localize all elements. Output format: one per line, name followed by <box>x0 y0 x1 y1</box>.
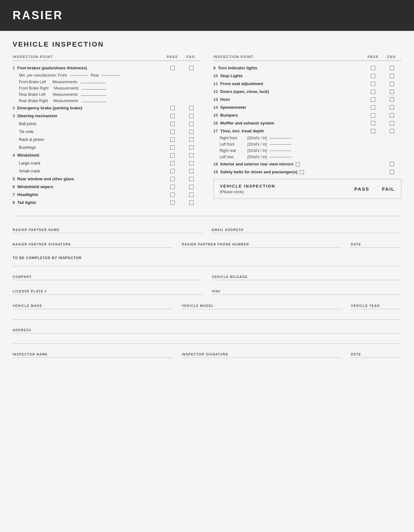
left-rear-blank <box>269 157 291 157</box>
rack-pinion-fail[interactable] <box>189 137 194 142</box>
item-16-fail-checkbox[interactable] <box>390 121 394 125</box>
bushings-label: Bushings <box>19 145 163 150</box>
license-label: LICENSE PLATE # <box>13 290 202 293</box>
item-15-fail-checkbox[interactable] <box>390 113 394 118</box>
item-14-pass-checkbox[interactable] <box>371 105 375 110</box>
model-label: VEHICLE MODEL <box>182 304 342 308</box>
date2-label: DATE <box>351 353 401 356</box>
small-crack-fail[interactable] <box>189 169 194 173</box>
item-5-fail-checkbox[interactable] <box>189 177 194 181</box>
item-13-pass-checkbox[interactable] <box>371 97 375 102</box>
item-9-fail-checkbox[interactable] <box>390 66 394 70</box>
inspection-item-5: 5 Rear window and other glass <box>13 175 201 183</box>
left-col-fail-label: FAIL <box>182 55 201 59</box>
item-4-fail-checkbox[interactable] <box>189 153 194 158</box>
item-5-pass-checkbox[interactable] <box>170 177 175 181</box>
left-rear-label: Left rear <box>220 155 245 159</box>
item-10-fail-checkbox[interactable] <box>390 74 394 78</box>
right-col-pass-label: PASS <box>364 55 382 59</box>
form-divider-3 <box>13 319 401 320</box>
mileage-field: VEHICLE MILEAGE <box>212 269 402 280</box>
item-4-pass-checkbox[interactable] <box>170 153 175 158</box>
dashed-box-title: VEHICLE INSPECTION <box>220 184 275 188</box>
item-11-fail-checkbox[interactable] <box>390 82 394 86</box>
item-7-label: 7 Headlights <box>13 192 163 197</box>
right-front-unit: [32nd's / In] <box>248 136 267 140</box>
ball-joints-row: Ball joints <box>13 120 201 128</box>
item-5-label: 5 Rear window and other glass <box>13 176 163 181</box>
large-crack-pass[interactable] <box>170 161 175 165</box>
dashed-fail-label: FAIL <box>382 186 395 192</box>
date1-field: DATE <box>351 237 401 248</box>
partner-name-label: RASIER PARTNER NAME <box>13 228 202 232</box>
form-section: RASIER PARTNER NAME EMAIL ADDRESS RASIER… <box>13 223 401 361</box>
tie-rods-pass[interactable] <box>170 130 175 134</box>
item-1-fail-checkbox[interactable] <box>189 66 194 70</box>
item-7-fail-checkbox[interactable] <box>189 193 194 197</box>
form-row-7: INSPECTOR NAME INSPECTOR SIGNATURE DATE <box>13 347 401 361</box>
inspection-item-14: 14 Speedometer <box>213 103 402 111</box>
left-col-header: INSPECTION POINT PASS FAIL <box>13 55 201 61</box>
item-19-inline-checkbox[interactable] <box>300 170 304 174</box>
large-crack-label: Large crack <box>19 161 163 165</box>
item-2-fail-checkbox[interactable] <box>189 106 194 110</box>
item-12-pass-checkbox[interactable] <box>371 90 375 94</box>
item-7-pass-checkbox[interactable] <box>170 193 175 197</box>
inspector-name-field: INSPECTOR NAME <box>13 347 172 358</box>
left-col-pass-label: PASS <box>163 55 182 59</box>
inspection-item-8: 8 Tail lights <box>13 199 201 206</box>
item-17-fail-checkbox[interactable] <box>390 129 394 133</box>
form-row-5: VEHICLE MAKE VEHICLE MODEL VEHICLE YEAR <box>13 298 401 313</box>
bushings-fail[interactable] <box>189 145 194 150</box>
front-brake-right-line <box>82 89 107 90</box>
item-2-label: 2 Emergency brake (parking brake) <box>13 106 163 110</box>
bushings-pass[interactable] <box>170 145 175 150</box>
front-blank <box>69 75 88 76</box>
item-8-pass-checkbox[interactable] <box>170 200 175 205</box>
item-3-pass-checkbox[interactable] <box>170 114 175 118</box>
large-crack-fail[interactable] <box>189 161 194 165</box>
dashed-box-right: PASS FAIL <box>354 186 395 192</box>
item-10-label: 10 Stop Lights <box>213 73 364 78</box>
item-3-fail-checkbox[interactable] <box>189 114 194 118</box>
item-19-fail-checkbox[interactable] <box>390 170 394 174</box>
ball-joints-fail[interactable] <box>189 122 194 126</box>
item-14-fail-checkbox[interactable] <box>390 105 394 110</box>
inspection-item-16: 16 Muffler and exhaust system <box>213 119 402 127</box>
item-13-fail-checkbox[interactable] <box>390 97 394 102</box>
item-3-label: 3 Steering mechanism <box>13 113 163 118</box>
item-11-pass-checkbox[interactable] <box>371 82 375 86</box>
item-2-pass-checkbox[interactable] <box>170 106 175 110</box>
item-15-pass-checkbox[interactable] <box>371 113 375 118</box>
page-header: RASIER <box>0 0 414 31</box>
item-18-fail-checkbox[interactable] <box>390 162 394 166</box>
item-17-pass-checkbox[interactable] <box>371 129 375 133</box>
min-per-label: Min. per manufacturer: Front <box>19 73 67 78</box>
item-1-number: 1 <box>13 66 15 70</box>
item-9-pass-checkbox[interactable] <box>371 66 375 70</box>
inspection-item-6: 6 Windshield wipers <box>13 183 201 191</box>
make-field: VEHICLE MAKE <box>13 298 172 309</box>
item-1-pass-checkbox[interactable] <box>170 66 175 70</box>
left-front-tire-row: Left front [32nd's / In] <box>213 141 402 147</box>
item-18-inline-checkbox[interactable] <box>296 162 300 166</box>
inspection-item-3: 3 Steering mechanism <box>13 112 201 120</box>
ball-joints-pass[interactable] <box>170 122 175 126</box>
item-6-fail-checkbox[interactable] <box>189 185 194 189</box>
item-6-pass-checkbox[interactable] <box>170 185 175 189</box>
small-crack-pass[interactable] <box>170 169 175 173</box>
item-12-fail-checkbox[interactable] <box>390 90 394 94</box>
tie-rods-fail[interactable] <box>189 130 194 134</box>
item-11-label: 11 Front seat adjustment <box>213 81 364 86</box>
rack-pinion-pass[interactable] <box>170 137 175 142</box>
year-label: VEHICLE YEAR <box>351 304 401 308</box>
item-10-pass-checkbox[interactable] <box>371 74 375 78</box>
rear-brake-right-row: Rear Brake Right Measurements <box>13 98 201 104</box>
left-rear-tire-row: Left rear [32nd's / In] <box>213 154 402 160</box>
item-16-pass-checkbox[interactable] <box>371 121 375 125</box>
date2-field: DATE <box>351 347 401 358</box>
item-8-label: 8 Tail lights <box>13 200 163 205</box>
partner-phone-label: RASIER PARTNER PHONE NUMBER <box>182 243 342 246</box>
right-column: INSPECTION POINT PASS FAIL 9 Turn indica… <box>213 55 402 206</box>
item-8-fail-checkbox[interactable] <box>189 200 194 205</box>
